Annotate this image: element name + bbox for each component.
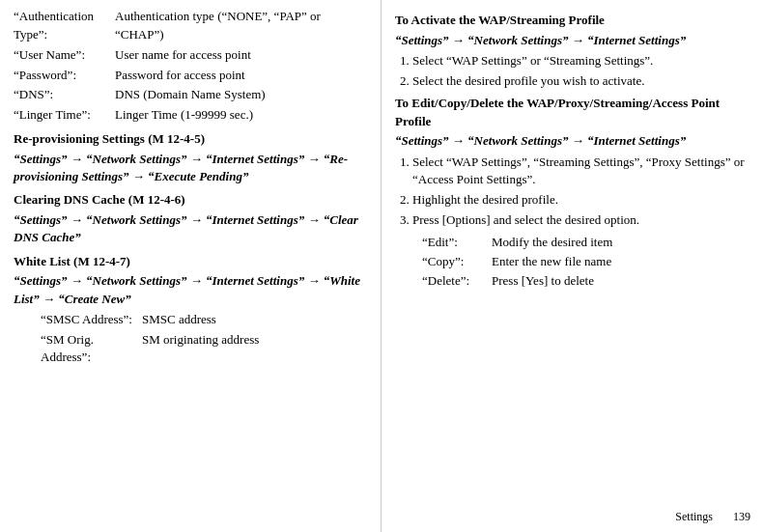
- footer-page: 139: [733, 510, 750, 523]
- clearing-dns-path: “Settings” → “Network Settings” → “Inter…: [14, 211, 367, 246]
- white-list-subtable: “SMSC Address”: SMSC address “SM Orig. A…: [41, 311, 367, 368]
- activate-steps: Select “WAP Settings” or “Streaming Sett…: [412, 52, 750, 91]
- edit-heading: To Edit/Copy/Delete the WAP/Proxy/Stream…: [395, 95, 750, 131]
- table-row: “Delete”: Press [Yes] to delete: [422, 272, 750, 291]
- table-val: Modify the desired item: [492, 234, 750, 252]
- table-val: SMSC address: [142, 311, 367, 329]
- table-val: User name for access point: [115, 46, 367, 65]
- activate-path: “Settings” → “Network Settings” → “Inter…: [395, 32, 750, 49]
- table-row: “Authentication Type”: Authentication ty…: [14, 8, 367, 44]
- table-val: Authentication type (“NONE”, “PAP” or “C…: [115, 8, 367, 44]
- table-val: Password for access point: [115, 67, 367, 85]
- list-item: Select “WAP Settings” or “Streaming Sett…: [412, 52, 750, 70]
- footer-label: Settings: [675, 510, 713, 523]
- edit-steps: Select “WAP Settings”, “Streaming Settin…: [412, 154, 750, 230]
- table-row: “Linger Time”: Linger Time (1-99999 sec.…: [14, 106, 367, 125]
- white-list-path: “Settings” → “Network Settings” → “Inter…: [14, 272, 367, 307]
- table-row: “Edit”: Modify the desired item: [422, 234, 750, 252]
- list-item: Select the desired profile you wish to a…: [412, 72, 750, 91]
- table-key: “DNS”:: [14, 86, 115, 104]
- white-list-heading: White List (M 12-4-7): [14, 253, 367, 271]
- table-row: “SMSC Address”: SMSC address: [41, 311, 367, 329]
- edit-subtable: “Edit”: Modify the desired item “Copy”: …: [422, 234, 750, 291]
- table-val: Linger Time (1-99999 sec.): [115, 106, 367, 125]
- table-key: “SM Orig. Address”:: [41, 331, 142, 368]
- reprovisioning-heading: Re-provisioning Settings (M 12-4-5): [14, 130, 367, 149]
- table-val: Press [Yes] to delete: [492, 272, 750, 291]
- auth-table: “Authentication Type”: Authentication ty…: [14, 8, 367, 125]
- table-key: “User Name”:: [14, 46, 115, 65]
- reprovisioning-path: “Settings” → “Network Settings” → “Inter…: [14, 151, 367, 185]
- left-column: “Authentication Type”: Authentication ty…: [0, 0, 382, 532]
- table-row: “Password”: Password for access point: [14, 67, 367, 85]
- table-key: “Authentication Type”:: [14, 8, 115, 44]
- table-row: “DNS”: DNS (Domain Name System): [14, 86, 367, 104]
- table-key: “Edit”:: [422, 234, 492, 252]
- table-val: Enter the new file name: [492, 253, 750, 271]
- table-key: “Password”:: [14, 67, 115, 85]
- table-val: SM originating address: [142, 331, 367, 368]
- table-row: “SM Orig. Address”: SM originating addre…: [41, 331, 367, 368]
- table-val: DNS (Domain Name System): [115, 86, 367, 104]
- edit-path: “Settings” → “Network Settings” → “Inter…: [395, 132, 750, 150]
- table-key: “Copy”:: [422, 253, 492, 271]
- table-key: “Linger Time”:: [14, 106, 115, 125]
- page-footer: Settings 139: [675, 510, 750, 524]
- right-column: To Activate the WAP/Streaming Profile “S…: [382, 0, 764, 532]
- clearing-dns-heading: Clearing DNS Cache (M 12-4-6): [14, 191, 367, 210]
- list-item: Press [Options] and select the desired o…: [412, 211, 750, 230]
- table-key: “SMSC Address”:: [41, 311, 142, 329]
- table-row: “Copy”: Enter the new file name: [422, 253, 750, 271]
- table-key: “Delete”:: [422, 272, 492, 291]
- list-item: Select “WAP Settings”, “Streaming Settin…: [412, 154, 750, 190]
- table-row: “User Name”: User name for access point: [14, 46, 367, 65]
- list-item: Highlight the desired profile.: [412, 191, 750, 210]
- activate-heading: To Activate the WAP/Streaming Profile: [395, 12, 750, 30]
